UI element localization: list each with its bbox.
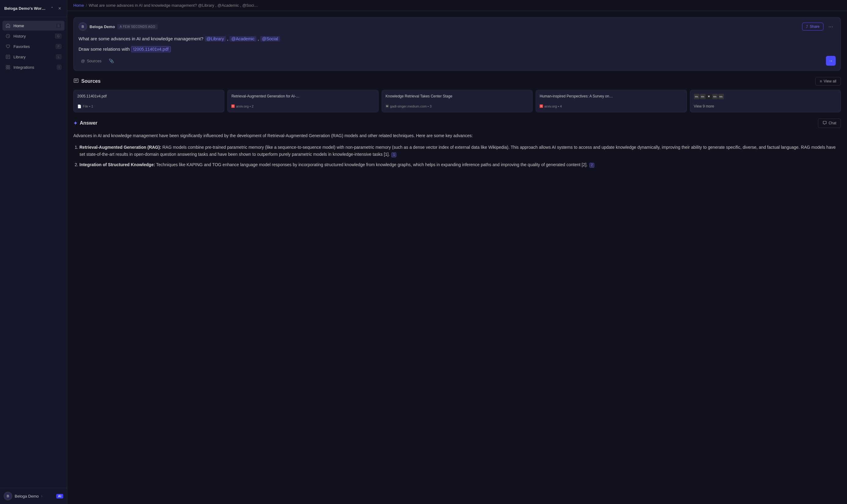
sidebar: Beloga Demo's Workspa… ⌃ ✕ Home S Histor xyxy=(0,0,67,504)
svg-rect-5 xyxy=(8,68,10,69)
sidebar-nav: Home S History G Favorites F xyxy=(0,17,67,488)
query-text: What are some advances in AI and knowled… xyxy=(78,35,836,42)
share-icon: ⤴ xyxy=(806,24,808,29)
source-title-3: Knowledge Retrieval Takes Center Stage xyxy=(386,94,529,99)
at-icon: @ xyxy=(81,59,85,63)
ai-badge: AI xyxy=(56,494,63,499)
view-all-button[interactable]: ≡ View all xyxy=(815,77,841,86)
sidebar-item-library[interactable]: Library L xyxy=(2,52,65,62)
file-tag[interactable]: !2005.11401v4.pdf xyxy=(131,46,171,52)
source-card-more[interactable]: Mk Mk ✕ Mk Mk View 9 more xyxy=(690,90,841,112)
more-icons-row: Mk Mk ✕ Mk Mk xyxy=(694,94,837,99)
answer-item-2-text: Techniques like KAPING and TOG enhance l… xyxy=(156,162,587,167)
answer-list: Retrieval-Augmented Generation (RAG): RA… xyxy=(73,144,841,168)
breadcrumb-home[interactable]: Home xyxy=(73,3,84,7)
main-content: Home / What are some advances in AI and … xyxy=(67,0,847,504)
view-all-label: View all xyxy=(824,79,836,84)
more-options-button[interactable]: ⋯ xyxy=(826,23,836,31)
library-icon xyxy=(5,54,11,59)
source-meta-text-2: arxiv.org • 2 xyxy=(236,105,253,108)
more-icon-x: ✕ xyxy=(706,94,712,99)
time-badge: A FEW SECONDS AGO xyxy=(117,24,158,29)
user-avatar: B xyxy=(4,492,12,500)
sidebar-item-home[interactable]: Home S xyxy=(2,21,65,31)
query-card-header: B Beloga Demo A FEW SECONDS AGO ⤴ Share … xyxy=(78,22,836,31)
breadcrumb-separator: / xyxy=(86,3,87,7)
workspace-chevron-button[interactable]: ⌃ xyxy=(49,5,55,12)
source-card-4[interactable]: Human-inspired Perspectives: A Survey on… xyxy=(536,90,687,112)
favorites-shortcut: F xyxy=(56,44,61,49)
paperclip-icon: 📎 xyxy=(109,59,114,63)
content-area: B Beloga Demo A FEW SECONDS AGO ⤴ Share … xyxy=(67,11,847,504)
source-title-2: Retrieval-Augmented Generation for AI-… xyxy=(231,94,374,99)
source-meta-4: ✕ arxiv.org • 4 xyxy=(540,105,683,108)
sources-title: Sources xyxy=(73,78,101,85)
sidebar-item-history[interactable]: History G xyxy=(2,31,65,41)
more-icon-mk1: Mk xyxy=(694,94,700,99)
sources-button[interactable]: @ Sources xyxy=(78,57,104,65)
citation-1[interactable]: 1 xyxy=(391,152,396,157)
source-card-1[interactable]: 2005.11401v4.pdf 📄 File • 1 xyxy=(73,90,224,112)
medium-icon-3: M xyxy=(386,105,389,108)
source-card-2[interactable]: Retrieval-Augmented Generation for AI-… … xyxy=(227,90,378,112)
query-author: B Beloga Demo A FEW SECONDS AGO xyxy=(78,22,158,31)
query-footer: @ Sources 📎 → xyxy=(78,56,836,66)
sidebar-item-favorites[interactable]: Favorites F xyxy=(2,41,65,51)
history-label: History xyxy=(14,34,52,38)
library-shortcut: L xyxy=(56,54,61,59)
sidebar-header: Beloga Demo's Workspa… ⌃ ✕ xyxy=(0,0,67,17)
favorites-label: Favorites xyxy=(14,44,53,49)
arxiv-icon-4: ✕ xyxy=(540,105,543,108)
svg-rect-3 xyxy=(8,65,10,67)
source-title-4: Human-inspired Perspectives: A Survey on… xyxy=(540,94,683,99)
more-icon-mk2: Mk xyxy=(700,94,706,99)
more-icon-mk4: Mk xyxy=(718,94,724,99)
source-card-3[interactable]: Knowledge Retrieval Takes Center Stage M… xyxy=(382,90,533,112)
heart-icon xyxy=(5,44,11,49)
mention-academic[interactable]: @Academic xyxy=(229,36,257,41)
query-card: B Beloga Demo A FEW SECONDS AGO ⤴ Share … xyxy=(73,17,841,71)
arxiv-icon-2: ✕ xyxy=(231,105,235,108)
integrations-shortcut: I xyxy=(57,65,61,70)
share-button[interactable]: ⤴ Share xyxy=(802,23,824,31)
mention-library[interactable]: @Library xyxy=(205,36,226,41)
svg-rect-2 xyxy=(6,65,7,67)
mention-social[interactable]: @Social xyxy=(260,36,280,41)
source-title-1: 2005.11401v4.pdf xyxy=(77,94,220,99)
share-label: Share xyxy=(810,24,819,29)
send-button[interactable]: → xyxy=(826,56,836,66)
answer-title-text: Answer xyxy=(80,120,98,126)
integrations-label: Integrations xyxy=(14,65,54,70)
source-meta-3: M gadl-singer.medium.com • 3 xyxy=(386,105,529,108)
sources-title-icon xyxy=(73,78,79,85)
history-shortcut: G xyxy=(55,34,61,38)
sidebar-item-integrations[interactable]: Integrations I xyxy=(2,62,65,72)
answer-section: ✦ Answer Chat Advances in AI and knowled… xyxy=(73,119,841,168)
view-more-text: View 9 more xyxy=(694,104,837,108)
source-meta-text-3: gadl-singer.medium.com • 3 xyxy=(390,105,431,108)
answer-intro: Advances in AI and knowledge management … xyxy=(73,132,841,140)
citation-2[interactable]: 2 xyxy=(589,163,594,168)
answer-item-2-bold: Integration of Structured Knowledge: xyxy=(80,162,155,167)
comma2: , xyxy=(258,36,260,41)
home-icon xyxy=(5,23,11,28)
draw-relations-text: Draw some relations with !2005.11401v4.p… xyxy=(78,46,836,53)
chat-button[interactable]: Chat xyxy=(818,119,841,128)
close-sidebar-button[interactable]: ✕ xyxy=(57,5,63,12)
home-label: Home xyxy=(14,23,53,28)
workspace-name: Beloga Demo's Workspa… xyxy=(4,6,47,11)
user-info[interactable]: B Beloga Demo › xyxy=(4,492,56,500)
attach-button[interactable]: 📎 xyxy=(108,57,115,65)
answer-title: ✦ Answer xyxy=(73,120,98,126)
footer-left: @ Sources 📎 xyxy=(78,57,115,65)
answer-item-1-bold: Retrieval-Augmented Generation (RAG): xyxy=(80,145,161,150)
source-meta-text-1: File • 1 xyxy=(83,105,93,108)
answer-item-1-text: RAG models combine pre-trained parametri… xyxy=(80,145,836,157)
breadcrumb-current: What are some advances in AI and knowled… xyxy=(89,3,258,7)
sidebar-header-icons: ⌃ ✕ xyxy=(49,5,63,12)
answer-item-1: Retrieval-Augmented Generation (RAG): RA… xyxy=(80,144,841,159)
send-icon: → xyxy=(829,58,833,63)
history-icon xyxy=(5,34,11,38)
sources-btn-label: Sources xyxy=(87,59,102,63)
source-meta-1: 📄 File • 1 xyxy=(77,105,220,108)
